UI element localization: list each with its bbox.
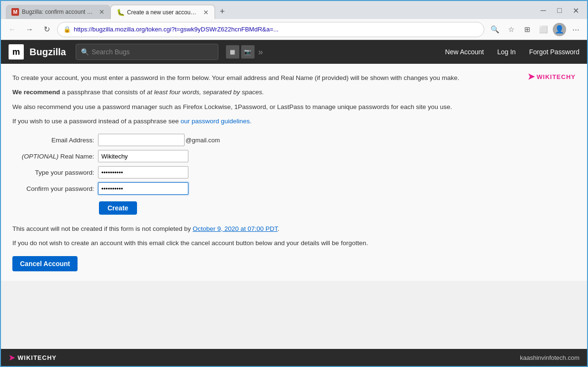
create-button-row: Create — [12, 198, 576, 215]
bugzilla-search-box[interactable]: 🔍 — [76, 44, 218, 60]
info-text-4: If you wish to use a password instead of… — [12, 117, 576, 126]
email-input-wrapper: @gmail.com — [98, 134, 220, 146]
notice-text-1: This account will not be created if this… — [12, 224, 576, 234]
info-text-1: To create your account, you must enter a… — [12, 73, 576, 83]
profile-icon[interactable]: 👤 — [553, 23, 566, 36]
search-input[interactable] — [92, 48, 213, 56]
forgot-password-link[interactable]: Forgot Password — [529, 48, 579, 56]
wikitechy-logo-icon: ➤ — [528, 71, 535, 82]
grid-icon[interactable]: ▦ — [226, 45, 239, 59]
address-bar: ← → ↻ 🔒 https://bugzilla.mozilla.org/tok… — [1, 19, 587, 40]
create-button[interactable]: Create — [99, 201, 137, 215]
cancel-account-button[interactable]: Cancel Account — [12, 256, 78, 271]
password-input[interactable] — [98, 166, 188, 179]
optional-label: (OPTIONAL) — [22, 153, 59, 160]
footer-site-text: kaashinvinfotech.com — [520, 354, 579, 361]
account-form: Email Address: @gmail.com (OPTIONAL) Rea… — [12, 134, 576, 215]
info-text-2-italic: at least four words, separated by spaces… — [147, 89, 264, 96]
confirm-password-input[interactable] — [98, 182, 188, 195]
real-name-input[interactable] — [98, 150, 188, 162]
search-icon: 🔍 — [81, 48, 89, 56]
url-box[interactable]: 🔒 https://bugzilla.mozilla.org/token.cgi… — [57, 22, 484, 37]
tab-close-2[interactable]: ✕ — [203, 9, 209, 16]
nav-separator: » — [258, 47, 263, 57]
nav-icon-group: ▦ 📷 » — [226, 45, 265, 59]
notice-section: This account will not be created if this… — [12, 224, 576, 271]
restore-button[interactable]: □ — [553, 4, 566, 17]
refresh-button[interactable]: ↻ — [40, 23, 53, 36]
confirm-password-label: Confirm your password: — [12, 185, 98, 192]
notice-text-2: If you do not wish to create an account … — [12, 238, 576, 248]
password-guidelines-link[interactable]: our password guidelines. — [180, 118, 251, 125]
email-label: Email Address: — [12, 137, 98, 144]
tab-favicon-1: M — [11, 8, 19, 16]
bugzilla-logo: m — [9, 44, 24, 60]
password-row: Type your password: — [12, 166, 576, 179]
tab-create-account[interactable]: 🐛 Create a new user account for 's ✕ — [110, 5, 215, 19]
close-button[interactable]: ✕ — [569, 4, 582, 17]
minimize-button[interactable]: ─ — [537, 4, 550, 17]
wikitechy-watermark: ➤ WIKITECHY — [528, 71, 576, 82]
real-name-row: (OPTIONAL) Real Name: — [12, 150, 576, 162]
email-input[interactable] — [98, 134, 185, 146]
tab-favicon-2: 🐛 — [117, 9, 124, 16]
info-text-2: We recommend a passphrase that consists … — [12, 88, 576, 97]
new-tab-button[interactable]: + — [215, 5, 230, 19]
bugzilla-navbar: m Bugzilla 🔍 ▦ 📷 » New Account Log In Fo… — [1, 40, 587, 64]
tab-label-1: Bugzilla: confirm account creatio — [22, 9, 94, 15]
back-button[interactable]: ← — [6, 23, 19, 36]
bold-recommend: We recommend — [12, 89, 60, 96]
bookmark-icon[interactable]: ☆ — [504, 23, 518, 36]
bugzilla-title: Bugzilla — [29, 47, 66, 58]
log-in-link[interactable]: Log In — [497, 48, 516, 56]
email-row: Email Address: @gmail.com — [12, 134, 576, 146]
email-suffix: @gmail.com — [186, 137, 220, 144]
real-name-label: (OPTIONAL) Real Name: — [12, 153, 98, 160]
tab-bugzilla-confirm[interactable]: M Bugzilla: confirm account creatio ✕ — [6, 5, 110, 19]
footer-logo-icon: ➤ — [9, 353, 15, 362]
toolbar-icons: 🔍 ☆ ⊞ ⬜ 👤 ⋯ — [488, 23, 582, 36]
url-text: https://bugzilla.mozilla.org/token.cgi?t… — [74, 26, 478, 33]
lock-icon: 🔒 — [63, 26, 71, 33]
camera-icon[interactable]: 📷 — [241, 45, 255, 59]
screenshot-icon[interactable]: ⬜ — [537, 23, 550, 36]
info-text-3: We also recommend you use a password man… — [12, 102, 576, 112]
notice-prefix: This account will not be created if this… — [12, 225, 193, 232]
menu-icon[interactable]: ⋯ — [569, 23, 582, 36]
forward-button[interactable]: → — [23, 23, 36, 36]
wikitechy-text: WIKITECHY — [537, 73, 576, 80]
info-text-2-rest: a passphrase that consists of — [60, 89, 147, 96]
new-account-link[interactable]: New Account — [445, 48, 484, 56]
bookmarks-icon[interactable]: ⊞ — [520, 23, 534, 36]
info-text-4-prefix: If you wish to use a password instead of… — [12, 118, 180, 125]
footer: ➤ WIKITECHY kaashinvinfotech.com — [1, 349, 587, 366]
footer-logo-text: WIKITECHY — [18, 354, 57, 361]
search-lens-icon[interactable]: 🔍 — [488, 23, 501, 36]
main-content: ➤ WIKITECHY To create your account, you … — [1, 64, 587, 281]
tab-label-2: Create a new user account for 's — [127, 9, 198, 16]
tab-bar: M Bugzilla: confirm account creatio ✕ 🐛 … — [1, 1, 587, 19]
password-label: Type your password: — [12, 169, 98, 176]
notice-suffix: . — [278, 225, 280, 232]
tab-close-1[interactable]: ✕ — [99, 8, 105, 16]
footer-logo: ➤ WIKITECHY — [9, 353, 57, 362]
confirm-password-row: Confirm your password: — [12, 182, 576, 195]
expiry-date-link[interactable]: October 9, 2020 at 07:00 PDT — [193, 225, 278, 232]
